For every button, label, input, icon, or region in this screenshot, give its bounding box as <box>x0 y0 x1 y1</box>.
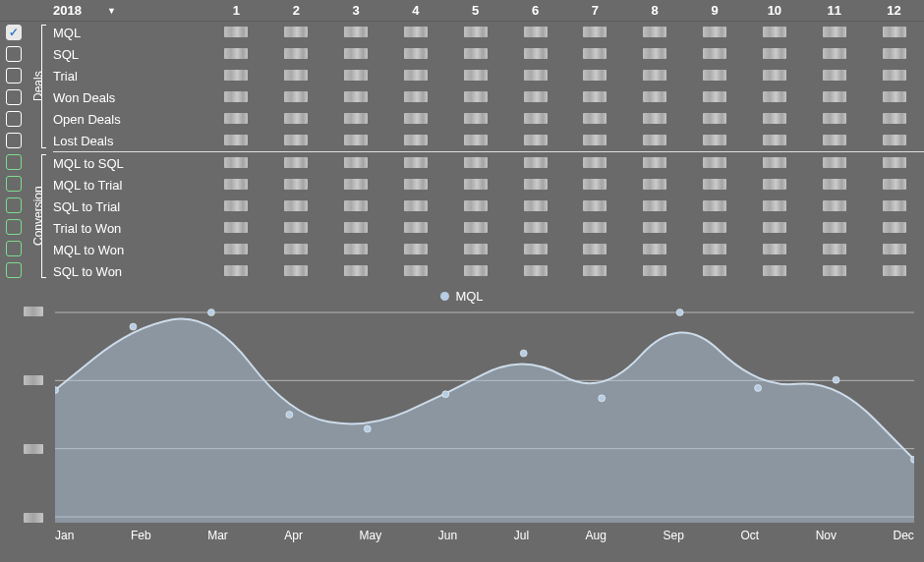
x-tick-label: Aug <box>586 529 606 542</box>
cell-obscured <box>206 69 266 84</box>
svg-point-12 <box>676 309 683 316</box>
legend-label: MQL <box>455 289 483 304</box>
table-row: MQL to SQL <box>49 152 924 174</box>
cell-obscured <box>625 243 685 257</box>
cell-obscured <box>744 26 804 40</box>
cell-obscured <box>505 178 565 193</box>
col-header: 5 <box>445 3 505 18</box>
metric-label: Trial <box>49 69 206 84</box>
cell-obscured <box>804 90 864 105</box>
year-label: 2018 <box>53 3 82 18</box>
cell-obscured <box>445 26 505 40</box>
metric-label: MQL to SQL <box>49 156 206 171</box>
checkbox-sql[interactable] <box>6 46 22 62</box>
svg-point-7 <box>286 412 293 419</box>
cell-obscured <box>685 90 745 105</box>
table-row: MQL <box>49 22 924 43</box>
cell-obscured <box>326 243 386 257</box>
x-tick-label: May <box>360 529 382 542</box>
cell-obscured <box>445 112 505 127</box>
x-tick-label: Apr <box>284 529 303 542</box>
cell-obscured <box>206 47 266 62</box>
cell-obscured <box>744 243 804 257</box>
checkbox-lost-deals[interactable] <box>6 133 22 148</box>
checkbox-trial[interactable] <box>6 68 22 84</box>
cell-obscured <box>744 69 804 84</box>
cell-obscured <box>445 178 505 193</box>
cell-obscured <box>206 90 266 105</box>
cell-obscured <box>385 243 445 257</box>
cell-obscured <box>505 112 565 127</box>
cell-obscured <box>385 26 445 40</box>
cell-obscured <box>565 243 625 257</box>
cell-obscured <box>505 69 565 84</box>
cell-obscured <box>744 134 804 148</box>
col-header: 3 <box>326 3 386 18</box>
cell-obscured <box>625 156 685 171</box>
col-header: 12 <box>864 3 924 18</box>
rows-column: MQLSQLTrialWon DealsOpen DealsLost Deals… <box>49 22 924 282</box>
cell-obscured <box>505 90 565 105</box>
chart-legend: MQL <box>0 285 924 307</box>
cell-obscured <box>565 221 625 236</box>
cell-obscured <box>685 134 745 148</box>
table-row: SQL <box>49 43 924 65</box>
cell-obscured <box>385 221 445 236</box>
checkbox-mql-to-trial[interactable] <box>6 176 22 192</box>
checkbox-mql-to-won[interactable] <box>6 241 22 256</box>
x-tick-label: Oct <box>740 529 759 542</box>
cell-obscured <box>385 47 445 62</box>
cell-obscured <box>206 112 266 127</box>
cell-obscured <box>565 90 625 105</box>
cell-obscured <box>625 26 685 40</box>
checkbox-won-deals[interactable] <box>6 89 22 105</box>
cell-obscured <box>206 134 266 148</box>
cell-obscured <box>744 112 804 127</box>
cell-obscured <box>804 69 864 84</box>
checkbox-sql-to-trial[interactable] <box>6 197 22 213</box>
cell-obscured <box>326 90 386 105</box>
checkbox-trial-to-won[interactable] <box>6 219 22 235</box>
cell-obscured <box>206 243 266 257</box>
svg-point-5 <box>130 323 137 330</box>
table-row: Won Deals <box>49 86 924 108</box>
cell-obscured <box>385 112 445 127</box>
cell-obscured <box>804 112 864 127</box>
cell-obscured <box>326 26 386 40</box>
cell-obscured <box>804 199 864 214</box>
cell-obscured <box>445 90 505 105</box>
cell-obscured <box>744 156 804 171</box>
cell-obscured <box>565 199 625 214</box>
cell-obscured <box>385 199 445 214</box>
year-dropdown[interactable]: 2018 ▼ <box>49 3 206 18</box>
checkbox-sql-to-won[interactable] <box>6 262 22 278</box>
cell-obscured <box>206 199 266 214</box>
checkbox-mql[interactable]: ✓ <box>6 25 22 40</box>
cell-obscured <box>445 199 505 214</box>
cell-obscured <box>385 90 445 105</box>
cell-obscured <box>385 134 445 148</box>
cell-obscured <box>625 178 685 193</box>
cell-obscured <box>266 264 326 279</box>
cell-obscured <box>804 156 864 171</box>
table-header: 2018 ▼ 1 2 3 4 5 6 7 8 9 10 11 12 <box>0 0 924 22</box>
metric-label: Trial to Won <box>49 221 206 236</box>
cell-obscured <box>385 69 445 84</box>
cell-obscured <box>326 112 386 127</box>
metric-label: SQL to Won <box>49 264 206 279</box>
cell-obscured <box>385 178 445 193</box>
cell-obscured <box>685 221 745 236</box>
cell-obscured <box>326 199 386 214</box>
checkbox-open-deals[interactable] <box>6 111 22 127</box>
col-header: 11 <box>804 3 864 18</box>
checkbox-mql-to-sql[interactable] <box>6 154 22 170</box>
cell-obscured <box>266 199 326 214</box>
group-column: Deals Conversion <box>28 22 49 282</box>
svg-point-6 <box>207 309 214 316</box>
cell-obscured <box>864 69 924 84</box>
cell-obscured <box>625 134 685 148</box>
x-tick-label: Mar <box>207 529 228 542</box>
y-axis-labels <box>24 307 49 523</box>
svg-point-13 <box>755 384 762 391</box>
cell-obscured <box>505 26 565 40</box>
